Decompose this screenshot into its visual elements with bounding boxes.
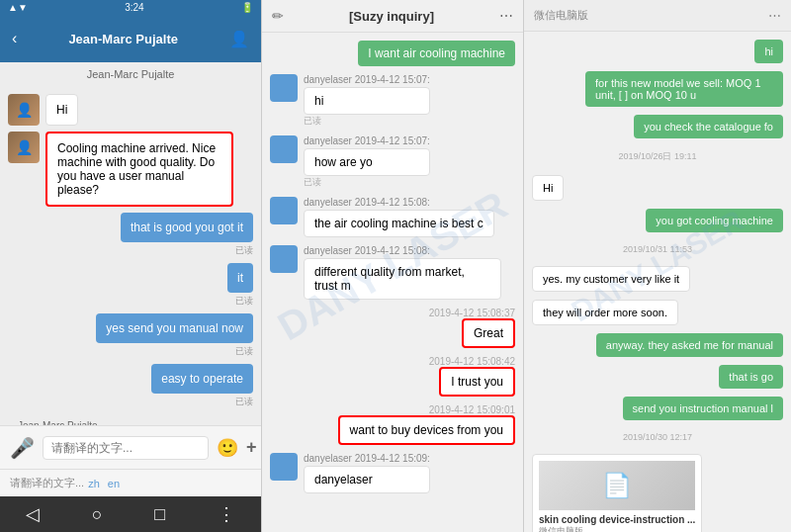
back-icon[interactable]: ‹ [12,30,17,47]
product-title: skin cooling device-instruction ... [539,514,695,525]
status-battery: 🔋 [241,2,253,13]
received-message-bubble: Hi [532,175,564,201]
middle-chat-messages[interactable]: I want air cooling machine danyelaser 20… [262,33,523,532]
list-item: I want air cooling machine [270,41,515,66]
middle-edit-icon[interactable]: ✏ [272,8,284,24]
emoji-icon[interactable]: 🙂 [217,437,238,459]
list-item: 👤 Hi [8,94,253,126]
received-message-bubble: they will order more soon. [532,300,678,325]
received-message-bubble: hi [304,87,430,115]
list-item: anyway. they asked me for manual [532,333,783,357]
avatar [270,74,298,102]
avatar [270,197,298,224]
translate-label: 请翻译的文字... [10,476,84,490]
time-label: 2019/10/31 11:53 [532,244,783,254]
recent-apps-icon[interactable]: □ [154,504,165,525]
avatar [270,453,298,481]
received-message-bubble: different quality from market, trust m [304,258,501,300]
sender-label: Jean-Marc Pujalte [8,414,253,425]
list-item: 📄 skin cooling device-instruction ... 微信… [532,454,783,532]
voice-icon[interactable]: 🎤 [10,436,35,460]
list-item: it 已读 [8,263,253,308]
right-chat-messages[interactable]: hi for this new model we sell: MOQ 1 uni… [524,32,791,532]
highlighted-message-bubble: Cooling machine arrived. Nice machine wi… [45,132,233,207]
sent-message-bubble: you got cooling machine [646,209,783,232]
avatar [270,245,298,273]
message-bubble-sent: that is good you got it [121,213,253,242]
add-icon[interactable]: + [246,437,257,459]
highlighted-sent-message: want to buy devices from you [338,415,515,445]
sender-name: danyelaser 2019-4-12 15:08: [304,245,501,256]
nav-bar: ◁ ○ □ ⋮ [0,496,261,532]
translate-zh[interactable]: zh [88,478,100,489]
list-item: that is good you got it 已读 [8,213,253,257]
read-receipt: 已读 [235,295,253,308]
time-label: 2019/10/30 12:17 [532,432,783,442]
chat-input-area[interactable]: 🎤 🙂 + [0,425,261,469]
list-item: you check the catalogue fo [532,115,783,138]
sent-message-bubble: send you instruction manual l [623,397,783,420]
message-time: 2019-4-12 15:08:42 [429,356,515,367]
list-item: 2019-4-12 15:09:01 want to buy devices f… [270,404,515,445]
menu-icon[interactable]: ⋮ [218,503,235,525]
middle-more-icon[interactable]: ⋯ [499,8,513,24]
list-item: danyelaser 2019-4-12 15:07: how are yo 已… [270,135,515,189]
sender-name: danyelaser 2019-4-12 15:07: [304,135,430,146]
home-nav-icon[interactable]: ○ [92,504,103,525]
product-thumbnail: 📄 [539,461,695,510]
read-receipt: 已读 [304,115,430,128]
list-item: danyelaser 2019-4-12 15:08: the air cool… [270,197,515,237]
back-nav-icon[interactable]: ◁ [26,503,40,525]
right-header-icon[interactable]: ⋯ [768,8,781,23]
list-item: danyelaser 2019-4-12 15:09: danyelaser [270,453,515,493]
status-time: 3:24 [125,2,143,13]
list-item: they will order more soon. [532,300,783,325]
list-item: 2019-4-12 15:08:37 Great [270,308,515,348]
middle-chat-header: ✏ [Suzy inquiry] ⋯ [262,0,523,33]
middle-panel: DANY LASER ✏ [Suzy inquiry] ⋯ I want air… [262,0,524,532]
status-signal: ▲▼ [8,2,28,13]
received-message-bubble: yes. my customer very like it [532,266,690,292]
translate-en[interactable]: en [108,478,120,489]
received-message-bubble: the air cooling machine is best c [304,210,494,237]
avatar: 👤 [8,132,40,163]
read-receipt: 已读 [235,345,253,358]
sender-name: danyelaser 2019-4-12 15:07: [304,74,430,85]
avatar [270,135,298,163]
list-item: that is go [532,365,783,389]
contact-icon[interactable]: 👤 [229,30,249,48]
list-item: 👤 Cooling machine arrived. Nice machine … [8,132,253,207]
read-receipt: 已读 [304,176,430,189]
sent-message-bubble: that is go [719,365,783,389]
right-panel: DANY LASER 微信电脑版 ⋯ hi for this new model… [524,0,791,532]
message-bubble-sent: easy to operate [151,364,253,394]
list-item: you got cooling machine [532,209,783,232]
list-item: send you instruction manual l [532,397,783,420]
message-bubble-sent: it [227,263,253,293]
sent-message-bubble: hi [754,40,783,63]
list-item: yes send you manual now 已读 [8,313,253,358]
list-item: 2019-4-12 15:08:42 I trust you [270,356,515,397]
list-item: hi [532,40,783,63]
message-time: 2019-4-12 15:08:37 [429,308,515,318]
right-header-label: 微信电脑版 [534,8,588,23]
contact-label: Jean-Marc Pujalte [0,62,261,86]
message-bubble: Hi [45,94,78,126]
received-message-bubble: danyelaser [304,466,430,493]
sent-message-bubble: you check the catalogue fo [634,115,783,138]
left-chat-messages[interactable]: 👤 Hi 👤 Cooling machine arrived. Nice mac… [0,86,261,425]
sent-message-bubble: for this new model we sell: MOQ 1 unit, … [585,71,783,107]
list-item: Hi [532,175,783,201]
middle-chat-title: [Suzy inquiry] [284,9,499,24]
product-card[interactable]: 📄 skin cooling device-instruction ... 微信… [532,454,702,532]
avatar: 👤 [8,94,40,126]
list-item: danyelaser 2019-4-12 15:07: hi 已读 [270,74,515,128]
product-subtitle: 微信电脑版 [539,525,695,532]
list-item: yes. my customer very like it [532,266,783,292]
sent-message-bubble: I want air cooling machine [358,41,515,66]
sender-name: danyelaser 2019-4-12 15:08: [304,197,494,208]
list-item: for this new model we sell: MOQ 1 unit, … [532,71,783,107]
chat-contact-title: Jean-Marc Pujalte [68,32,178,46]
message-input[interactable] [43,436,209,460]
status-bar: ▲▼ 3:24 🔋 [0,0,261,15]
